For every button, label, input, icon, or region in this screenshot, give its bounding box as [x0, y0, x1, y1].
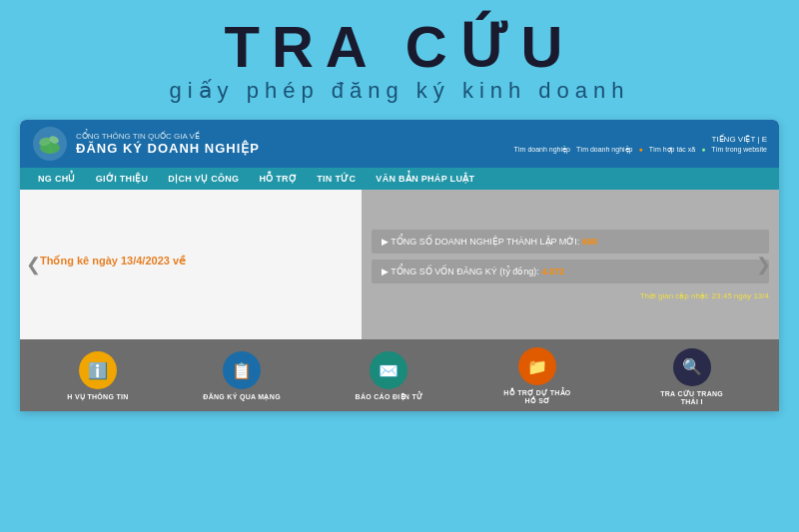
nav-support[interactable]: HỖ TRỢ [249, 168, 307, 190]
main-title: TRA CỨU [0, 18, 799, 76]
language-selector[interactable]: TIẾNG VIỆT | E [513, 135, 767, 144]
register-icon: 📋 [232, 361, 252, 380]
register-icon-circle: 📋 [223, 351, 261, 389]
stat1-value: 668 [582, 237, 597, 247]
draft-icon-circle: 📁 [518, 347, 556, 385]
stat2-value: 4.072 [541, 266, 564, 276]
stat-update: Thời gian cập nhật: 23:45 ngày 13/4 [372, 291, 769, 300]
stat-row-1: ▶ TỔNG SỐ DOANH NGHIỆP THÀNH LẬP MỚI: 66… [372, 230, 769, 254]
site-header: CỔNG THÔNG TIN QUỐC GIA VỀ ĐĂNG KÝ DOANH… [20, 120, 779, 168]
bottom-icon-lookup[interactable]: 🔍 TRA CỨU TRANG THÁI I [652, 348, 732, 405]
report-label: BÁO CÁO ĐIỆN TỬ [356, 393, 423, 401]
stat2-label: ▶ TỔNG SỐ VỐN ĐĂNG KÝ (tỷ đồng): [382, 266, 539, 276]
slide-prev-button[interactable]: ❮ [26, 254, 41, 275]
bottom-icon-register[interactable]: 📋 ĐĂNG KÝ QUA MẠNG [203, 351, 281, 401]
logo-big: ĐĂNG KÝ DOANH NGHIỆP [76, 141, 260, 156]
search-enterprise[interactable]: Tìm doanh nghiệp [513, 146, 570, 154]
draft-icon: 📁 [527, 357, 547, 376]
lookup-label: TRA CỨU TRANG THÁI I [652, 390, 732, 405]
bottom-icon-draft[interactable]: 📁 HỖ TRỢ DỰ THẢO HỒ SƠ [497, 347, 577, 405]
nav-services[interactable]: DỊCH VỤ CÔNG [158, 168, 249, 190]
search-coop-label: Tìm hợp tác xã [649, 146, 695, 154]
search-site-label: Tìm trong website [711, 146, 767, 153]
search-links: Tìm doanh nghiệp Tìm doanh nghiệp ● Tìm … [513, 146, 767, 154]
bottom-icon-report[interactable]: ✉️ BÁO CÁO ĐIỆN TỬ [356, 351, 423, 401]
stat1-label: ▶ TỔNG SỐ DOANH NGHIỆP THÀNH LẬP MỚI: [382, 237, 579, 247]
lookup-icon-circle: 🔍 [673, 348, 711, 386]
nav-home[interactable]: NG CHỦ [28, 168, 86, 190]
logo-icon [32, 126, 68, 162]
sub-title: giấy phép đăng ký kinh doanh [0, 78, 799, 104]
bottom-icon-info[interactable]: ℹ️ H VỤ THÔNG TIN [67, 351, 128, 401]
info-icon: ℹ️ [88, 361, 108, 380]
info-icon-circle: ℹ️ [79, 351, 117, 389]
nav-about[interactable]: GIỚI THIỆU [86, 168, 159, 190]
bottom-bar: ℹ️ H VỤ THÔNG TIN 📋 ĐĂNG KÝ QUA MẠNG ✉️ … [20, 339, 779, 411]
info-label: H VỤ THÔNG TIN [67, 393, 128, 401]
logo-text: CỔNG THÔNG TIN QUỐC GIA VỀ ĐĂNG KÝ DOANH… [76, 132, 260, 156]
header-right: TIẾNG VIỆT | E Tìm doanh nghiệp Tìm doan… [513, 135, 767, 154]
browser-frame: CỔNG THÔNG TIN QUỐC GIA VỀ ĐĂNG KÝ DOANH… [20, 120, 779, 411]
stats-left-panel: Thống kê ngày 13/4/2023 về [20, 190, 362, 339]
dot1: ● [638, 146, 642, 153]
nav-news[interactable]: TIN TỨC [307, 168, 366, 190]
nav-legal[interactable]: VĂN BẢN PHÁP LUẬT [366, 168, 484, 190]
report-icon: ✉️ [379, 361, 399, 380]
logo-area: CỔNG THÔNG TIN QUỐC GIA VỀ ĐĂNG KÝ DOANH… [32, 126, 260, 162]
lookup-icon: 🔍 [682, 357, 702, 376]
site-nav: NG CHỦ GIỚI THIỆU DỊCH VỤ CÔNG HỖ TRỢ TI… [20, 168, 779, 190]
stats-right-panel: ▶ TỔNG SỐ DOANH NGHIỆP THÀNH LẬP MỚI: 66… [362, 190, 779, 339]
title-section: TRA CỨU giấy phép đăng ký kinh doanh [0, 0, 799, 110]
slide-area: ❮ Thống kê ngày 13/4/2023 về ▶ TỔNG SỐ D… [20, 190, 779, 339]
site-main: ❮ Thống kê ngày 13/4/2023 về ▶ TỔNG SỐ D… [20, 190, 779, 339]
register-label: ĐĂNG KÝ QUA MẠNG [203, 393, 281, 401]
slide-next-button[interactable]: ❯ [756, 254, 771, 275]
logo-small: CỔNG THÔNG TIN QUỐC GIA VỀ [76, 132, 260, 141]
stat-row-2: ▶ TỔNG SỐ VỐN ĐĂNG KÝ (tỷ đồng): 4.072 [372, 260, 769, 283]
search-enterprise-label: Tìm doanh nghiệp [576, 146, 633, 154]
stats-date: Thống kê ngày 13/4/2023 về [40, 255, 186, 267]
dot2: ● [701, 146, 705, 153]
draft-label: HỖ TRỢ DỰ THẢO HỒ SƠ [497, 389, 577, 405]
report-icon-circle: ✉️ [370, 351, 407, 389]
